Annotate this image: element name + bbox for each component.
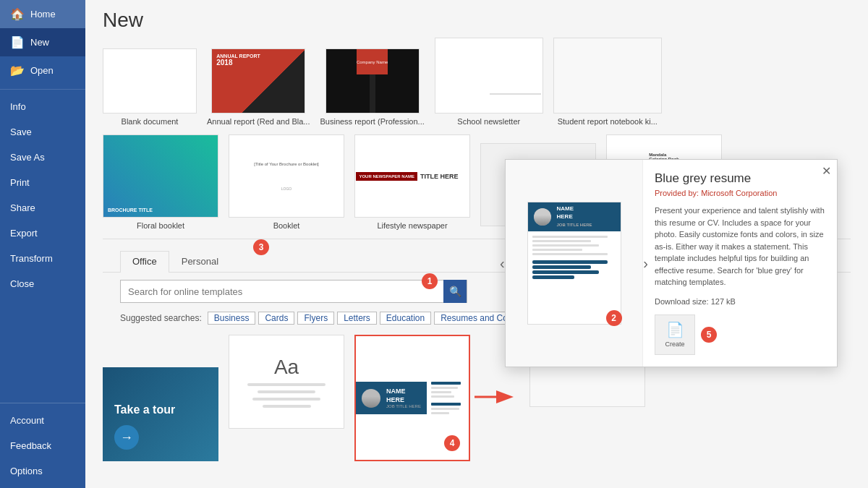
modal-resume-header: NAMEHEREJOB TITLE HERE <box>528 202 621 231</box>
sidebar-item-open[interactable]: 📂 Open <box>0 56 85 85</box>
template-thumb-resume-highlight: NAMEHERE JOB TITLE HERE <box>354 335 470 461</box>
create-label: Create <box>665 341 684 348</box>
chevron-right-icon: › <box>643 254 648 270</box>
sidebar-item-options[interactable]: Options <box>0 458 85 484</box>
sidebar-item-label: New <box>30 37 49 48</box>
create-doc-icon: 📄 <box>666 321 684 338</box>
template-card-business[interactable]: Company Name Business report (Profession… <box>320 48 424 126</box>
sidebar-item-close[interactable]: Close <box>0 271 85 296</box>
close-icon: ✕ <box>822 165 831 177</box>
tab-personal[interactable]: Personal <box>169 251 231 273</box>
sidebar-item-home[interactable]: 🏠 Home <box>0 0 85 28</box>
suggested-tag-letters[interactable]: Letters <box>337 312 377 325</box>
modal-description: Present your experience and talent styli… <box>655 205 825 288</box>
home-icon: 🏠 <box>10 7 23 21</box>
tab-office[interactable]: Office <box>120 251 169 273</box>
modal-next-button[interactable]: › <box>643 254 648 271</box>
sidebar-item-saveas[interactable]: Save As <box>0 145 85 170</box>
options-label: Options <box>10 466 43 476</box>
template-label-blank: Blank document <box>122 117 179 126</box>
template-label-school: School newsletter <box>457 117 520 126</box>
new-icon: 📄 <box>10 35 23 49</box>
modal-resume-name: NAMEHEREJOB TITLE HERE <box>557 205 592 229</box>
suggested-tag-flyers[interactable]: Flyers <box>297 312 334 325</box>
template-label-annual: Annual report (Red and Bla... <box>207 117 310 126</box>
template-card-resume-highlight[interactable]: NAMEHERE JOB TITLE HERE <box>354 335 470 461</box>
template-label-lifestyle: Lifestyle newspaper <box>377 221 447 230</box>
callout-3: 3 <box>253 239 269 255</box>
search-input[interactable] <box>121 286 443 297</box>
template-label-booklet: Booklet <box>273 221 300 230</box>
modal-provider-name: Microsoft Corporation <box>701 189 777 197</box>
sidebar-item-info[interactable]: Info <box>0 94 85 119</box>
modal-body: ‹ NAMEHEREJOB TITLE HERE <box>506 160 837 367</box>
template-thumb-school <box>435 38 543 114</box>
sidebar-item-label: Home <box>30 9 56 20</box>
annual-year: 2018 <box>216 59 300 67</box>
sidebar-item-export[interactable]: Export <box>0 221 85 246</box>
template-card-student[interactable]: Student report notebook ki... <box>553 38 662 126</box>
template-row-1: Blank document ANNUAL REPORT 2018 Annual… <box>103 38 851 126</box>
save-label: Save <box>10 127 32 137</box>
modal-preview-image: NAMEHEREJOB TITLE HERE <box>527 202 621 325</box>
sidebar-item-label: Open <box>30 65 54 76</box>
sidebar-item-new[interactable]: 📄 New <box>0 28 85 56</box>
feedback-label: Feedback <box>10 440 51 451</box>
modal-avatar <box>534 208 551 226</box>
template-label-floral: Floral booklet <box>137 221 184 230</box>
template-preview-modal: ✕ ‹ NAMEHEREJOB TITLE HERE <box>505 159 838 367</box>
template-card-floral[interactable]: BROCHURE TITLE Floral booklet <box>103 134 218 230</box>
modal-create-button[interactable]: 📄 Create <box>655 314 695 355</box>
transform-label: Transform <box>10 253 53 264</box>
template-thumb-blank <box>103 48 197 114</box>
main-content: New Blank document ANNUAL REPORT 2018 An… <box>85 0 868 488</box>
saveas-label: Save As <box>10 152 45 163</box>
template-card-booklet[interactable]: [Title of Your Brochure or Booklet] LOGO… <box>229 134 344 230</box>
sidebar-bottom: Account Feedback Options <box>0 403 85 488</box>
modal-preview-panel: ‹ NAMEHEREJOB TITLE HERE <box>506 160 643 367</box>
floral-label-text: BROCHURE TITLE <box>108 207 153 213</box>
modal-prev-button[interactable]: ‹ <box>500 254 505 271</box>
template-card-school[interactable]: School newsletter <box>435 38 543 126</box>
sidebar-item-account[interactable]: Account <box>0 408 85 433</box>
tour-card[interactable]: Take a tour → <box>103 367 218 461</box>
modal-close-button[interactable]: ✕ <box>822 164 831 178</box>
info-label: Info <box>10 101 26 112</box>
suggested-tag-cards[interactable]: Cards <box>258 312 294 325</box>
template-thumb-floral: BROCHURE TITLE <box>103 134 218 218</box>
suggested-tag-business[interactable]: Business <box>208 312 256 325</box>
sidebar-item-save[interactable]: Save <box>0 119 85 145</box>
search-button[interactable]: 🔍 <box>443 280 467 303</box>
template-thumb-lifestyle: YOUR NEWSPAPER NAME TITLE HERE <box>354 134 470 218</box>
sidebar-item-print[interactable]: Print <box>0 170 85 195</box>
template-label-student: Student report notebook ki... <box>558 117 658 126</box>
tab-office-label: Office <box>132 256 157 267</box>
modal-title: Blue grey resume <box>655 171 825 186</box>
template-card-blank[interactable]: Blank document <box>103 48 197 126</box>
suggested-label: Suggested searches: <box>120 313 202 323</box>
chevron-left-icon: ‹ <box>500 254 505 270</box>
search-icon: 🔍 <box>449 286 461 297</box>
template-card-annual[interactable]: ANNUAL REPORT 2018 Annual report (Red an… <box>207 48 310 126</box>
template-thumb-student <box>553 38 662 114</box>
sidebar-item-feedback[interactable]: Feedback <box>0 433 85 458</box>
modal-download-value: 127 kB <box>711 297 736 306</box>
modal-provider: Provided by: Microsoft Corporation <box>655 189 825 197</box>
template-card-normal[interactable]: Aa <box>229 335 344 429</box>
sidebar-item-transform[interactable]: Transform <box>0 246 85 271</box>
suggested-tag-education[interactable]: Education <box>380 312 431 325</box>
template-thumb-booklet: [Title of Your Brochure or Booklet] LOGO <box>229 134 344 218</box>
callout-5: 5 <box>701 327 717 343</box>
print-label: Print <box>10 177 30 188</box>
arrow-right <box>473 390 516 406</box>
sidebar-item-share[interactable]: Share <box>0 195 85 221</box>
tab-personal-label: Personal <box>182 256 218 267</box>
search-bar: 🔍 1 <box>120 280 467 303</box>
sidebar-top: 🏠 Home 📄 New 📂 Open Info Save Save As Pr… <box>0 0 85 403</box>
template-thumb-normal: Aa <box>229 335 344 429</box>
template-thumb-business: Company Name <box>326 48 420 114</box>
template-card-lifestyle[interactable]: YOUR NEWSPAPER NAME TITLE HERE Lifestyle… <box>354 134 470 230</box>
export-label: Export <box>10 228 38 239</box>
open-icon: 📂 <box>10 64 23 77</box>
modal-download-size: Download size: 127 kB <box>655 297 825 306</box>
